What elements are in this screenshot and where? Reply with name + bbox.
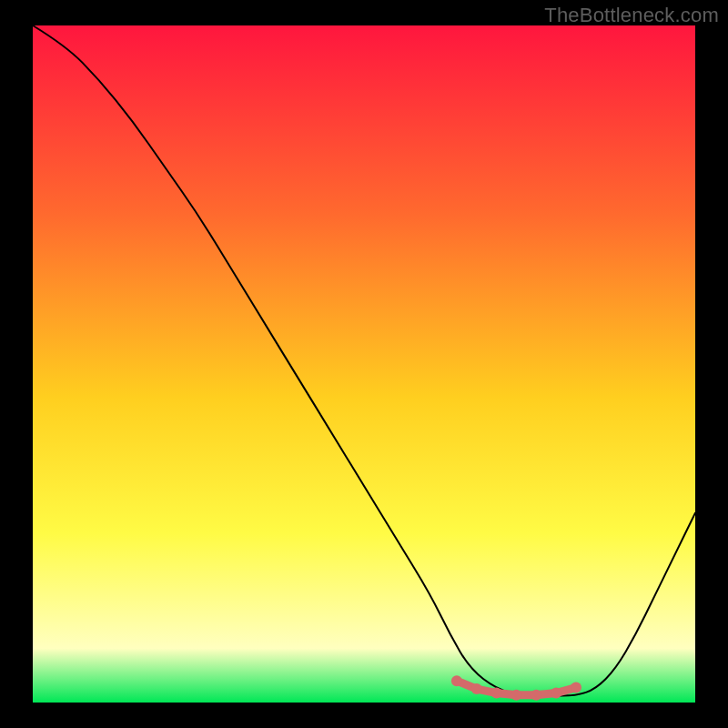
sweet-spot-dot (471, 683, 482, 694)
sweet-spot-dot (571, 682, 581, 693)
sweet-spot-dot (531, 690, 541, 701)
gradient-background (33, 25, 695, 703)
chart-frame: TheBottleneck.com (0, 0, 728, 728)
sweet-spot-dot (451, 675, 462, 686)
sweet-spot-dot (551, 688, 561, 699)
plot-area (33, 25, 695, 703)
sweet-spot-dot (511, 690, 521, 701)
chart-svg (0, 0, 728, 728)
sweet-spot-dot (491, 688, 502, 699)
watermark-text: TheBottleneck.com (544, 4, 719, 27)
